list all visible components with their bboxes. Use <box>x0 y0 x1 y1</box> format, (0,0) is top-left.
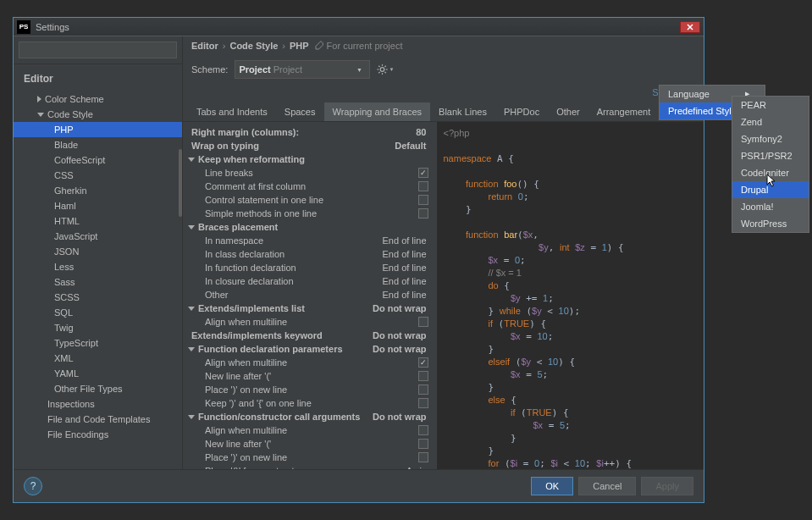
sidebar-item-less[interactable]: Less <box>14 259 182 274</box>
sidebar-item-label: Twig <box>54 323 74 333</box>
sidebar-item-label: TypeScript <box>54 338 98 348</box>
option-row[interactable]: Align when multiline <box>183 315 437 329</box>
option-row[interactable]: Line breaks <box>183 166 437 180</box>
sidebar-item-code-style[interactable]: Code Style <box>14 107 182 122</box>
checkbox[interactable] <box>418 181 428 191</box>
option-value: End of line <box>383 235 427 246</box>
ok-button[interactable]: OK <box>531 477 573 495</box>
tab-other[interactable]: Other <box>548 102 588 121</box>
sidebar-scrollbar[interactable] <box>179 149 182 217</box>
option-label: Braces placement <box>198 222 428 232</box>
sidebar-item-yaml[interactable]: YAML <box>14 366 182 381</box>
sidebar-item-file-encodings[interactable]: File Encodings <box>14 427 182 442</box>
sidebar-header: Editor <box>14 68 182 91</box>
sidebar-item-label: SCSS <box>54 292 80 302</box>
chevron-down-icon: ▼ <box>352 67 366 73</box>
option-row[interactable]: New line after '(' <box>183 437 437 451</box>
sidebar-item-file-and-code-templates[interactable]: File and Code Templates <box>14 412 182 427</box>
checkbox[interactable] <box>418 439 428 449</box>
checkbox[interactable] <box>418 168 428 178</box>
option-row[interactable]: Align when multiline <box>183 423 437 437</box>
sidebar-item-scss[interactable]: SCSS <box>14 290 182 305</box>
option-value: Do not wrap <box>373 344 427 354</box>
sidebar-item-html[interactable]: HTML <box>14 213 182 229</box>
sidebar-item-json[interactable]: JSON <box>14 244 182 259</box>
option-row: Function/constructor call argumentsDo no… <box>183 410 437 423</box>
sidebar-item-php[interactable]: PHP <box>14 122 182 137</box>
option-row[interactable]: Place ')' on new line <box>183 451 437 464</box>
scheme-combo[interactable]: Project Project ▼ <box>235 60 370 79</box>
checkbox[interactable] <box>418 371 428 381</box>
sidebar-item-gherkin[interactable]: Gherkin <box>14 183 182 198</box>
options-column[interactable]: Right margin (columns):80Wrap on typingD… <box>183 122 437 469</box>
option-row[interactable]: Place ')' on new line <box>183 383 437 396</box>
tab-blank-lines[interactable]: Blank Lines <box>430 102 495 121</box>
checkbox[interactable] <box>418 317 428 327</box>
checkbox[interactable] <box>418 384 428 395</box>
tab-arrangement[interactable]: Arrangement <box>588 102 660 121</box>
menu-item-zend[interactable]: Zend <box>732 113 809 130</box>
menu-item-wordpress[interactable]: WordPress <box>732 215 809 232</box>
option-row[interactable]: Keep ')' and '{' on one line <box>183 396 437 410</box>
option-label: Other <box>205 290 383 300</box>
menu-item-symfony2[interactable]: Symfony2 <box>732 130 809 147</box>
cancel-button[interactable]: Cancel <box>578 477 636 495</box>
option-row[interactable]: Simple methods in one line <box>183 207 437 220</box>
breadcrumb-part[interactable]: PHP <box>290 41 309 51</box>
breadcrumb-part[interactable]: Code Style <box>229 41 278 51</box>
option-row[interactable]: Control statement in one line <box>183 193 437 207</box>
menu-item-codeigniter[interactable]: CodeIgniter <box>732 164 809 181</box>
sidebar-item-sass[interactable]: Sass <box>14 274 182 290</box>
option-label: Keep when reformatting <box>198 154 428 164</box>
sidebar-item-label: SQL <box>54 307 73 318</box>
sidebar-item-typescript[interactable]: TypeScript <box>14 335 182 351</box>
option-row[interactable]: Align when multiline <box>183 356 437 369</box>
option-value: End of line <box>383 290 427 300</box>
checkbox[interactable] <box>418 208 428 219</box>
tab-spaces[interactable]: Spaces <box>276 102 324 121</box>
predefined-style-submenu[interactable]: PEARZendSymfony2PSR1/PSR2CodeIgniterDrup… <box>732 96 809 233</box>
option-row[interactable]: Comment at first column <box>183 180 437 193</box>
checkbox[interactable] <box>418 398 428 408</box>
gear-button[interactable]: ▼ <box>377 61 394 78</box>
checkbox[interactable] <box>418 452 428 462</box>
tab-phpdoc[interactable]: PHPDoc <box>495 102 548 121</box>
sidebar-item-xml[interactable]: XML <box>14 351 182 366</box>
sidebar-item-inspections[interactable]: Inspections <box>14 396 182 412</box>
option-value: As is <box>406 466 427 469</box>
help-button[interactable]: ? <box>24 477 42 495</box>
menu-item-joomla-[interactable]: Joomla! <box>732 198 809 215</box>
sidebar-tree[interactable]: Editor Color SchemeCode StylePHPBladeCof… <box>14 64 182 469</box>
titlebar-text: Settings <box>36 22 680 32</box>
sidebar-item-blade[interactable]: Blade <box>14 137 182 152</box>
sidebar-item-other-file-types[interactable]: Other File Types <box>14 381 182 396</box>
option-value: End of line <box>383 276 427 286</box>
checkbox[interactable] <box>418 357 428 368</box>
option-row: Extends/implements listDo not wrap <box>183 301 437 315</box>
tab-tabs-and-indents[interactable]: Tabs and Indents <box>188 102 276 121</box>
sidebar-item-javascript[interactable]: JavaScript <box>14 229 182 244</box>
checkbox[interactable] <box>418 425 428 435</box>
checkbox[interactable] <box>418 195 428 205</box>
titlebar[interactable]: PS Settings <box>14 18 704 36</box>
search-input[interactable] <box>19 41 177 58</box>
sidebar-item-haml[interactable]: Haml <box>14 198 182 213</box>
sidebar-item-twig[interactable]: Twig <box>14 320 182 335</box>
menu-item-pear[interactable]: PEAR <box>732 97 809 113</box>
sidebar-item-color-scheme[interactable]: Color Scheme <box>14 91 182 107</box>
tab-wrapping-and-braces[interactable]: Wrapping and Braces <box>324 102 431 121</box>
close-button[interactable] <box>680 21 700 33</box>
apply-button[interactable]: Apply <box>641 477 693 495</box>
sidebar-item-sql[interactable]: SQL <box>14 305 182 320</box>
option-row: Place '()' for constructorAs is <box>183 464 437 469</box>
sidebar-item-label: File and Code Templates <box>47 414 150 424</box>
sidebar-item-label: YAML <box>54 368 79 379</box>
breadcrumb-part[interactable]: Editor <box>191 41 218 51</box>
menu-item-psr1-psr2[interactable]: PSR1/PSR2 <box>732 147 809 164</box>
breadcrumb-sep: › <box>282 41 285 51</box>
sidebar-item-css[interactable]: CSS <box>14 168 182 183</box>
option-row[interactable]: New line after '(' <box>183 369 437 383</box>
option-row: Right margin (columns):80 <box>183 125 437 139</box>
sidebar-item-coffeescript[interactable]: CoffeeScript <box>14 152 182 168</box>
menu-item-drupal[interactable]: Drupal <box>732 181 809 198</box>
